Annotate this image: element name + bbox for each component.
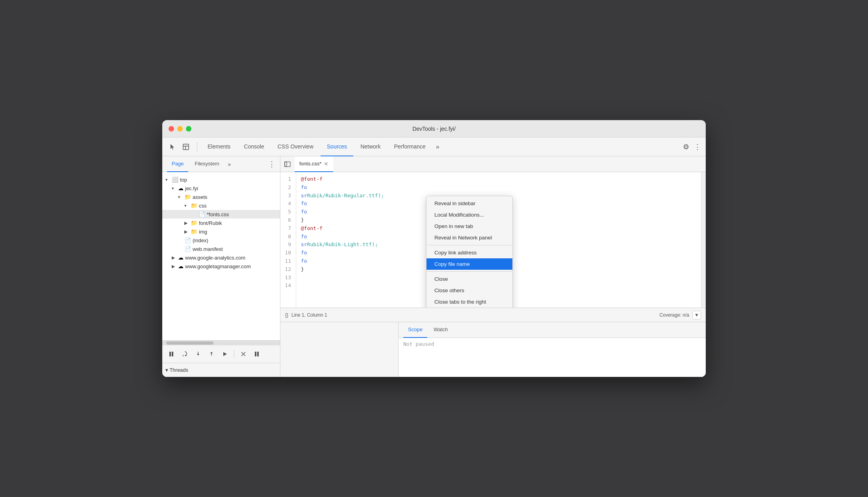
- pause-exceptions-button[interactable]: [252, 350, 261, 358]
- tab-filesystem[interactable]: Filesystem: [190, 156, 224, 172]
- tree-item-img[interactable]: ▶ 📁 img: [162, 227, 280, 236]
- status-bar-right: Coverage: n/a ▼: [660, 311, 701, 319]
- vertical-scrollbar[interactable]: [701, 172, 706, 308]
- tree-item-gtm[interactable]: ▶ ☁ www.googletagmanager.com: [162, 262, 280, 271]
- status-bar: {} Line 1, Column 1 Coverage: n/a ▼: [280, 308, 706, 322]
- panel-tab-dots[interactable]: ⋮: [268, 160, 275, 169]
- context-menu-copy-link[interactable]: Copy link address: [427, 247, 512, 258]
- threads-row[interactable]: ▾ Threads: [162, 363, 280, 377]
- bottom-right-panel: Scope Watch Not paused: [399, 322, 706, 377]
- tree-item-top[interactable]: ▾ ⬜ top: [162, 175, 280, 184]
- context-menu-separator-2: [427, 271, 512, 272]
- context-menu-copy-filename[interactable]: Copy file name: [427, 258, 512, 270]
- tab-console[interactable]: Console: [237, 137, 270, 156]
- deactivate-button[interactable]: [239, 350, 248, 358]
- frame-icon: ⬜: [172, 176, 178, 183]
- title-bar: DevTools - jec.fyi/: [162, 120, 706, 137]
- tab-watch[interactable]: Watch: [429, 322, 453, 338]
- tree-arrow: ▶: [172, 264, 178, 269]
- editor-tab-fonts-css[interactable]: fonts.css* ✕: [295, 156, 333, 172]
- svg-rect-10: [285, 162, 287, 167]
- svg-rect-8: [255, 352, 256, 356]
- cloud-icon: ☁: [178, 185, 184, 191]
- step-button[interactable]: [221, 350, 229, 358]
- context-menu-local-mods[interactable]: Local Modifications...: [427, 209, 512, 221]
- code-line-2: fo: [301, 184, 696, 192]
- minimize-button[interactable]: [177, 126, 183, 132]
- cursor-position: Line 1, Column 1: [291, 312, 327, 318]
- bottom-panel: Scope Watch Not paused: [280, 322, 706, 377]
- maximize-button[interactable]: [186, 126, 191, 132]
- tree-item-analytics[interactable]: ▶ ☁ www.google-analytics.com: [162, 253, 280, 262]
- panel-tab-more[interactable]: »: [226, 160, 234, 168]
- tab-sources[interactable]: Sources: [321, 137, 353, 156]
- context-menu-close-right[interactable]: Close tabs to the right: [427, 296, 512, 308]
- tab-page[interactable]: Page: [167, 156, 188, 172]
- panel-tab-bar: Page Filesystem » ⋮: [162, 156, 280, 172]
- cloud-icon: ☁: [178, 263, 184, 269]
- tree-arrow: ▾: [172, 186, 178, 191]
- context-menu: Reveal in sidebar Local Modifications...…: [426, 196, 513, 308]
- svg-rect-0: [183, 144, 189, 150]
- step-over-button[interactable]: [180, 350, 189, 358]
- file-icon: 📄: [184, 246, 191, 252]
- tree-item-jec[interactable]: ▾ ☁ jec.fyi: [162, 184, 280, 193]
- svg-rect-4: [172, 352, 173, 356]
- close-button[interactable]: [169, 126, 174, 132]
- tree-item-fonts-css[interactable]: 📄 *fonts.css: [162, 210, 280, 219]
- left-panel-bottom: ▾ Threads: [162, 340, 280, 377]
- coverage-label: Coverage: n/a: [660, 312, 689, 318]
- coverage-button[interactable]: ▼: [692, 311, 701, 319]
- pause-button[interactable]: [167, 350, 176, 358]
- folder-icon: 📁: [191, 228, 197, 235]
- tree-arrow: ▶: [172, 255, 178, 260]
- context-menu-reveal-sidebar[interactable]: Reveal in sidebar: [427, 198, 512, 209]
- line-numbers: 1 2 3 4 5 6 7 8 9 10 11 12 13 14: [280, 172, 296, 308]
- tree-item-assets[interactable]: ▾ 📁 assets: [162, 193, 280, 201]
- context-menu-open-new-tab[interactable]: Open in new tab: [427, 221, 512, 232]
- context-menu-close-others[interactable]: Close others: [427, 285, 512, 296]
- tab-scope[interactable]: Scope: [403, 322, 427, 338]
- tab-close-button[interactable]: ✕: [324, 161, 328, 167]
- step-out-button[interactable]: [207, 350, 216, 358]
- folder-icon: 📁: [191, 220, 197, 226]
- file-icon: 📄: [184, 237, 191, 243]
- format-toggle[interactable]: {}: [285, 312, 288, 318]
- debugger-toolbar: [162, 345, 280, 363]
- svg-rect-9: [257, 352, 259, 356]
- step-into-button[interactable]: [194, 350, 202, 358]
- file-tree: ▾ ⬜ top ▾ ☁ jec.fyi ▾ 📁 assets: [162, 172, 280, 340]
- context-menu-close[interactable]: Close: [427, 273, 512, 285]
- right-panel: fonts.css* ✕ 1 2 3 4 5 6 7 8 9 10 11: [280, 156, 706, 377]
- context-menu-reveal-network[interactable]: Reveal in Network panel: [427, 232, 512, 243]
- toolbar-divider: [234, 350, 234, 358]
- tree-item-manifest[interactable]: 📄 web.manifest: [162, 245, 280, 253]
- tree-arrow: ▶: [184, 221, 191, 226]
- tree-item-css[interactable]: ▾ 📁 css: [162, 201, 280, 210]
- tree-item-index[interactable]: 📄 (index): [162, 236, 280, 245]
- horizontal-scrollbar[interactable]: [162, 341, 280, 345]
- tab-performance[interactable]: Performance: [388, 137, 432, 156]
- editor-tab-bar: fonts.css* ✕: [280, 156, 706, 172]
- tab-network[interactable]: Network: [354, 137, 387, 156]
- tree-arrow: ▾: [178, 195, 184, 200]
- sidebar-toggle-button[interactable]: [282, 159, 293, 170]
- tab-css-overview[interactable]: CSS Overview: [271, 137, 320, 156]
- context-menu-separator-1: [427, 245, 512, 245]
- tab-bar-right: ⚙ ⋮: [683, 143, 701, 151]
- devtools-window: DevTools - jec.fyi/ Elements Console CSS…: [162, 120, 706, 377]
- bottom-left-panel: [280, 322, 399, 377]
- main-content: Page Filesystem » ⋮ ▾ ⬜ top ▾: [162, 156, 706, 377]
- settings-icon[interactable]: ⚙: [683, 143, 689, 151]
- bottom-content: Not paused: [399, 338, 706, 377]
- tree-item-font-rubik[interactable]: ▶ 📁 font/Rubik: [162, 219, 280, 227]
- more-menu-icon[interactable]: ⋮: [694, 143, 701, 151]
- folder-icon: 📁: [191, 202, 197, 209]
- svg-rect-11: [285, 162, 290, 167]
- css-file-icon: 📄: [198, 211, 205, 217]
- dock-icon[interactable]: [180, 141, 191, 152]
- tab-elements[interactable]: Elements: [201, 137, 237, 156]
- tab-more-button[interactable]: »: [433, 142, 443, 152]
- tab-bar-divider: [197, 142, 197, 152]
- cursor-icon[interactable]: [167, 141, 178, 152]
